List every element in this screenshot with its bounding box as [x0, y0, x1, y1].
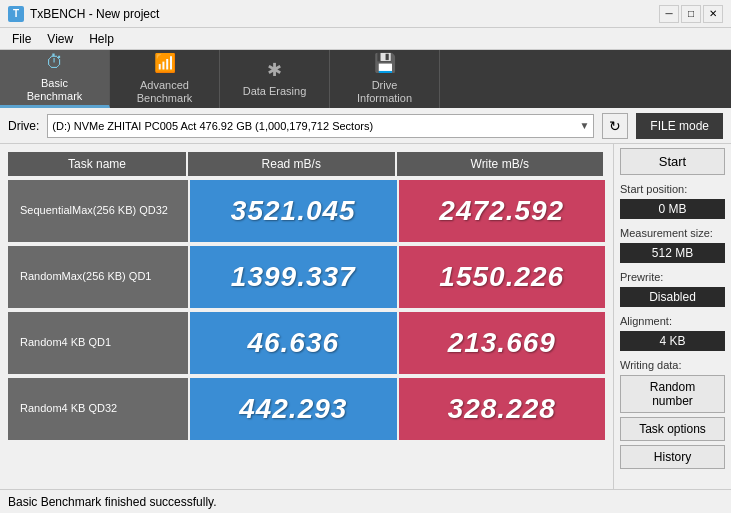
drive-select-value: (D:) NVMe ZHITAI PC005 Act 476.92 GB (1,…: [52, 120, 373, 132]
maximize-button[interactable]: □: [681, 5, 701, 23]
header-task-name: Task name: [8, 152, 186, 176]
row-read-0: 3521.045: [190, 180, 397, 242]
status-text: Basic Benchmark finished successfully.: [8, 495, 217, 509]
menu-help[interactable]: Help: [81, 30, 122, 48]
menu-file[interactable]: File: [4, 30, 39, 48]
minimize-button[interactable]: ─: [659, 5, 679, 23]
drive-select-arrow-icon: ▼: [579, 120, 589, 131]
menu-view[interactable]: View: [39, 30, 81, 48]
close-button[interactable]: ✕: [703, 5, 723, 23]
table-row: Random 4 KB QD1 46.636 213.669: [8, 312, 605, 374]
writing-data-button[interactable]: Random number: [620, 375, 725, 413]
title-bar: T TxBENCH - New project ─ □ ✕: [0, 0, 731, 28]
advanced-benchmark-icon: 📶: [154, 53, 176, 75]
history-button[interactable]: History: [620, 445, 725, 469]
status-bar: Basic Benchmark finished successfully.: [0, 489, 731, 513]
toolbar-btn-drive-information[interactable]: 💾 DriveInformation: [330, 50, 440, 108]
row-write-1: 1550.226: [399, 246, 606, 308]
menu-bar: File View Help: [0, 28, 731, 50]
prewrite-value: Disabled: [620, 287, 725, 307]
alignment-value: 4 KB: [620, 331, 725, 351]
row-write-3: 328.228: [399, 378, 606, 440]
header-read: Read mB/s: [188, 152, 395, 176]
header-write: Write mB/s: [397, 152, 604, 176]
drive-row: Drive: (D:) NVMe ZHITAI PC005 Act 476.92…: [0, 108, 731, 144]
measurement-size-label: Measurement size:: [620, 227, 725, 239]
toolbar-btn-advanced-benchmark-label: AdvancedBenchmark: [137, 79, 193, 105]
row-label-3: Random 4 KB QD32: [8, 378, 188, 440]
sidebar: Start Start position: 0 MB Measurement s…: [613, 144, 731, 489]
toolbar: ⏱ BasicBenchmark 📶 AdvancedBenchmark ✱ D…: [0, 50, 731, 108]
table-row: Sequential Max(256 KB) QD32 3521.045 247…: [8, 180, 605, 242]
toolbar-btn-advanced-benchmark[interactable]: 📶 AdvancedBenchmark: [110, 50, 220, 108]
start-button[interactable]: Start: [620, 148, 725, 175]
app-icon: T: [8, 6, 24, 22]
row-read-1: 1399.337: [190, 246, 397, 308]
toolbar-btn-data-erasing-label: Data Erasing: [243, 85, 307, 98]
toolbar-btn-drive-information-label: DriveInformation: [357, 79, 412, 105]
toolbar-btn-basic-benchmark[interactable]: ⏱ BasicBenchmark: [0, 50, 110, 108]
writing-data-label: Writing data:: [620, 359, 725, 371]
toolbar-btn-basic-benchmark-label: BasicBenchmark: [27, 77, 83, 103]
title-bar-left: T TxBENCH - New project: [8, 6, 159, 22]
drive-select[interactable]: (D:) NVMe ZHITAI PC005 Act 476.92 GB (1,…: [47, 114, 594, 138]
table-row: Random Max(256 KB) QD1 1399.337 1550.226: [8, 246, 605, 308]
toolbar-btn-data-erasing[interactable]: ✱ Data Erasing: [220, 50, 330, 108]
window-controls: ─ □ ✕: [659, 5, 723, 23]
drive-information-icon: 💾: [374, 53, 396, 75]
window-title: TxBENCH - New project: [30, 7, 159, 21]
task-options-button[interactable]: Task options: [620, 417, 725, 441]
refresh-button[interactable]: ↻: [602, 113, 628, 139]
benchmark-rows: Sequential Max(256 KB) QD32 3521.045 247…: [8, 180, 605, 440]
prewrite-label: Prewrite:: [620, 271, 725, 283]
row-label-2: Random 4 KB QD1: [8, 312, 188, 374]
benchmark-area: Task name Read mB/s Write mB/s Sequentia…: [0, 144, 613, 489]
row-label-0: Sequential Max(256 KB) QD32: [8, 180, 188, 242]
start-position-label: Start position:: [620, 183, 725, 195]
table-row: Random 4 KB QD32 442.293 328.228: [8, 378, 605, 440]
row-write-0: 2472.592: [399, 180, 606, 242]
data-erasing-icon: ✱: [267, 60, 282, 82]
drive-label: Drive:: [8, 119, 39, 133]
file-mode-button[interactable]: FILE mode: [636, 113, 723, 139]
row-read-3: 442.293: [190, 378, 397, 440]
basic-benchmark-icon: ⏱: [46, 52, 64, 74]
measurement-size-value: 512 MB: [620, 243, 725, 263]
row-read-2: 46.636: [190, 312, 397, 374]
main-content: Task name Read mB/s Write mB/s Sequentia…: [0, 144, 731, 489]
benchmark-header: Task name Read mB/s Write mB/s: [8, 152, 605, 176]
row-label-1: Random Max(256 KB) QD1: [8, 246, 188, 308]
start-position-value: 0 MB: [620, 199, 725, 219]
row-write-2: 213.669: [399, 312, 606, 374]
alignment-label: Alignment:: [620, 315, 725, 327]
